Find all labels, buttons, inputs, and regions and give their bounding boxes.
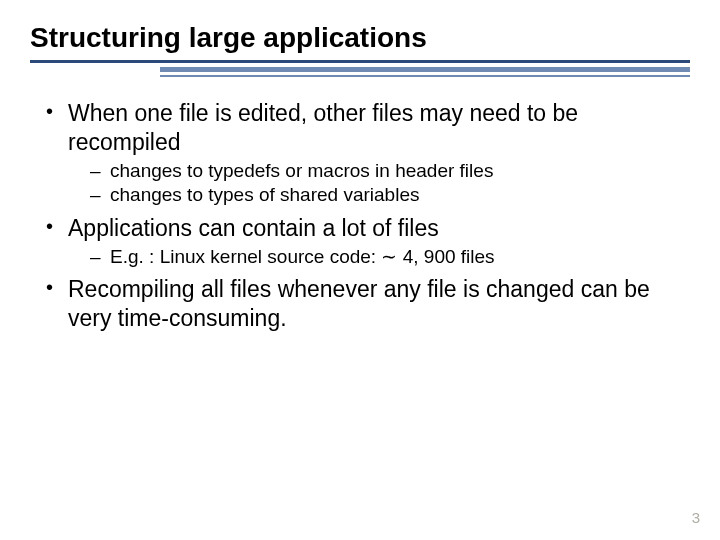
- title-underline: [30, 60, 690, 63]
- bullet-item: When one file is edited, other files may…: [42, 99, 690, 208]
- sub-text: changes to typedefs or macros in header …: [110, 160, 493, 181]
- sub-list: changes to typedefs or macros in header …: [68, 159, 690, 208]
- sub-text: changes to types of shared variables: [110, 184, 419, 205]
- sub-item: changes to types of shared variables: [88, 183, 690, 208]
- bullet-list: When one file is edited, other files may…: [30, 99, 690, 333]
- slide: Structuring large applications When one …: [0, 0, 720, 540]
- sub-text: E.g. : Linux kernel source code: ∼ 4, 90…: [110, 246, 495, 267]
- sub-item: changes to typedefs or macros in header …: [88, 159, 690, 184]
- bullet-text: When one file is edited, other files may…: [68, 100, 578, 155]
- rule-thin: [160, 75, 690, 77]
- sub-item: E.g. : Linux kernel source code: ∼ 4, 90…: [88, 245, 690, 270]
- bullet-text: Applications can contain a lot of files: [68, 215, 439, 241]
- decorative-rules: [30, 67, 690, 81]
- bullet-item: Applications can contain a lot of files …: [42, 214, 690, 269]
- page-number: 3: [692, 509, 700, 526]
- bullet-text: Recompiling all files whenever any file …: [68, 276, 650, 331]
- sub-list: E.g. : Linux kernel source code: ∼ 4, 90…: [68, 245, 690, 270]
- rule-thick: [160, 67, 690, 72]
- slide-title: Structuring large applications: [30, 22, 690, 54]
- bullet-item: Recompiling all files whenever any file …: [42, 275, 690, 333]
